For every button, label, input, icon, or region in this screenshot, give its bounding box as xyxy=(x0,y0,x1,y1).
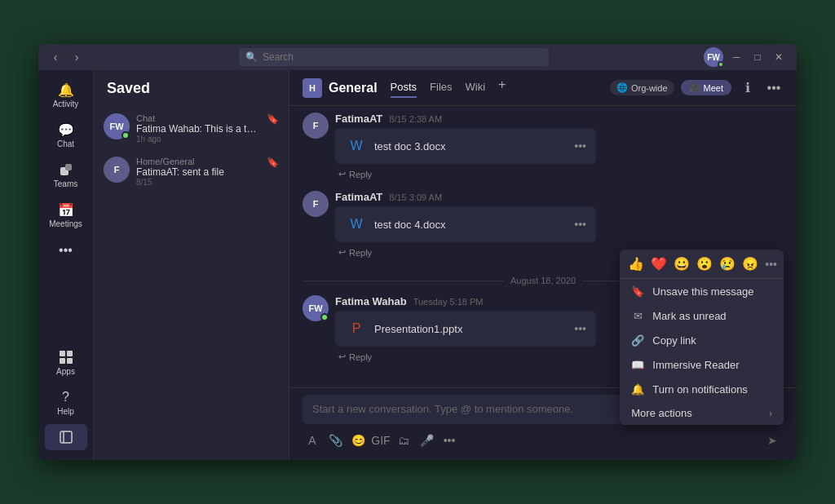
compose-toolbar: A 📎 😊 GIF 🗂 🎤 ••• ➤ xyxy=(303,429,784,452)
sidebar-item-apps[interactable]: Apps xyxy=(45,344,87,381)
saved-item-2-body: Home/General FatimaAT: sent a file 8/15 xyxy=(136,157,260,187)
minimize-button[interactable]: ─ xyxy=(728,49,744,65)
sidebar-item-chat[interactable]: 💬 Chat xyxy=(45,117,87,153)
mail-icon: ✉ xyxy=(631,309,644,322)
chevron-right-icon: › xyxy=(769,408,772,419)
saved-item-2[interactable]: F Home/General FatimaAT: sent a file 8/1… xyxy=(94,150,289,193)
msg-2-file-card: W test doc 4.docx ••• xyxy=(335,206,596,242)
saved-item-1-name: Fatima Wahab: This is a test message xyxy=(136,123,260,135)
msg-3-file-more[interactable]: ••• xyxy=(574,322,586,335)
menu-item-notifications[interactable]: 🔔 Turn on notifications xyxy=(620,377,784,401)
sticker-button[interactable]: 🗂 xyxy=(394,431,413,450)
org-wide-badge: 🌐 Org-wide xyxy=(610,80,674,95)
msg-1-file-more[interactable]: ••• xyxy=(574,139,586,153)
more-options-button[interactable]: ••• xyxy=(764,78,784,98)
menu-item-copy-link[interactable]: 🔗 Copy link xyxy=(620,328,784,352)
saved-item-2-name: FatimaAT: sent a file xyxy=(136,166,260,178)
tab-posts[interactable]: Posts xyxy=(391,77,418,98)
sidebar-item-meetings[interactable]: 📅 Meetings xyxy=(45,197,87,233)
menu-item-unsave[interactable]: 🔖 Unsave this message xyxy=(620,279,784,303)
video-icon: 🎥 xyxy=(689,82,700,93)
saved-item-2-time: 8/15 xyxy=(136,178,260,187)
sidebar-item-help[interactable]: ? Help xyxy=(45,384,87,421)
msg-3-avatar: FW xyxy=(303,295,329,321)
title-bar: ‹ › 🔍 FW ─ □ ✕ xyxy=(38,44,797,70)
msg-1-header: FatimaAT 8/15 2:38 AM xyxy=(335,113,784,125)
channel-actions: 🌐 Org-wide 🎥 Meet ℹ ••• xyxy=(610,78,784,98)
msg-3-file-card: P Presentation1.pptx ••• xyxy=(335,311,596,347)
bookmark-icon: 🔖 xyxy=(631,285,644,298)
bell-icon: 🔔 xyxy=(631,382,644,396)
sidebar-item-active[interactable] xyxy=(45,424,87,450)
forward-button[interactable]: › xyxy=(69,50,84,64)
channel-tabs: Posts Files Wiki + xyxy=(391,77,506,98)
info-button[interactable]: ℹ xyxy=(738,78,758,98)
send-button[interactable]: ➤ xyxy=(761,429,784,452)
sidebar-item-activity[interactable]: 🔔 Activity xyxy=(45,77,87,113)
msg-2-file-more[interactable]: ••• xyxy=(574,218,586,231)
emoji-wow[interactable]: 😮 xyxy=(695,254,714,273)
attach-button[interactable]: 📎 xyxy=(325,431,345,450)
msg-2-file-icon: W xyxy=(345,213,368,236)
sidebar-item-teams[interactable]: Teams xyxy=(45,157,87,193)
msg-2-avatar: F xyxy=(303,191,329,217)
saved-item-1-time: 1h ago xyxy=(136,135,260,144)
emoji-heart[interactable]: ❤️ xyxy=(649,254,669,273)
emoji-laugh[interactable]: 😀 xyxy=(672,254,691,273)
msg-1-file-icon: W xyxy=(345,135,368,157)
msg-3-file-name: Presentation1.pptx xyxy=(374,323,568,335)
msg-1-reply-button[interactable]: ↩ Reply xyxy=(335,167,784,181)
msg-1-file-name: test doc 3.docx xyxy=(374,140,568,153)
saved-panel: Saved FW Chat Fatima Wahab: This is a te… xyxy=(94,70,289,460)
channel-icon: H xyxy=(303,78,322,98)
emoji-thumbsup[interactable]: 👍 xyxy=(626,254,646,273)
globe-icon: 🌐 xyxy=(616,82,628,93)
back-button[interactable]: ‹ xyxy=(48,50,63,64)
msg-2-time: 8/15 3:09 AM xyxy=(389,192,442,202)
emoji-button[interactable]: 😊 xyxy=(348,431,368,450)
search-bar[interactable]: 🔍 xyxy=(239,48,549,66)
emoji-sad[interactable]: 😢 xyxy=(718,254,737,273)
maximize-button[interactable]: □ xyxy=(749,49,766,65)
svg-rect-6 xyxy=(60,431,72,443)
more-compose-button[interactable]: ••• xyxy=(440,431,459,450)
active-icon xyxy=(58,429,74,445)
tab-add-button[interactable]: + xyxy=(498,77,506,98)
teams-label: Teams xyxy=(54,179,77,188)
status-indicator xyxy=(718,61,724,68)
menu-item-immersive-reader[interactable]: 📖 Immersive Reader xyxy=(620,352,784,377)
chat-label: Chat xyxy=(57,139,74,148)
emoji-more-button[interactable]: ••• xyxy=(765,258,777,271)
saved-item-1-category: Chat xyxy=(136,113,260,123)
saved-item-1-bookmark: 🔖 xyxy=(267,113,279,125)
msg-1-time: 8/15 2:38 AM xyxy=(389,114,442,124)
more-nav-button[interactable]: ••• xyxy=(52,237,79,264)
context-menu: 👍 ❤️ 😀 😮 😢 😠 ••• 🔖 Unsave this message ✉… xyxy=(620,250,784,425)
msg-3-time: Tuesday 5:18 PM xyxy=(413,297,484,307)
saved-item-1[interactable]: FW Chat Fatima Wahab: This is a test mes… xyxy=(94,107,289,150)
svg-rect-5 xyxy=(67,358,73,364)
gif-button[interactable]: GIF xyxy=(371,431,391,450)
title-bar-right: FW ─ □ ✕ xyxy=(704,47,787,67)
meet-now-button[interactable]: 🎤 xyxy=(417,431,436,450)
apps-icon xyxy=(58,349,74,365)
msg-1-avatar: F xyxy=(303,113,329,139)
tab-wiki[interactable]: Wiki xyxy=(466,77,486,98)
left-nav: 🔔 Activity 💬 Chat Teams 📅 Meetings xyxy=(38,70,94,460)
message-group-1: F FatimaAT 8/15 2:38 AM W test doc 3.doc… xyxy=(303,113,784,181)
meet-button[interactable]: 🎥 Meet xyxy=(681,80,731,95)
emoji-angry[interactable]: 😠 xyxy=(740,254,760,273)
svg-rect-3 xyxy=(67,351,73,356)
menu-item-more-actions[interactable]: More actions › xyxy=(620,401,784,425)
teams-icon xyxy=(58,161,74,178)
search-input[interactable] xyxy=(263,51,542,63)
format-button[interactable]: A xyxy=(303,431,322,450)
svg-rect-4 xyxy=(60,358,65,364)
menu-item-mark-unread[interactable]: ✉ Mark as unread xyxy=(620,303,784,328)
saved-panel-title: Saved xyxy=(94,70,289,107)
tab-files[interactable]: Files xyxy=(430,77,452,98)
app-body: 🔔 Activity 💬 Chat Teams 📅 Meetings xyxy=(38,70,797,460)
user-avatar[interactable]: FW xyxy=(704,47,723,67)
close-button[interactable]: ✕ xyxy=(771,49,787,65)
reader-icon: 📖 xyxy=(631,358,644,371)
